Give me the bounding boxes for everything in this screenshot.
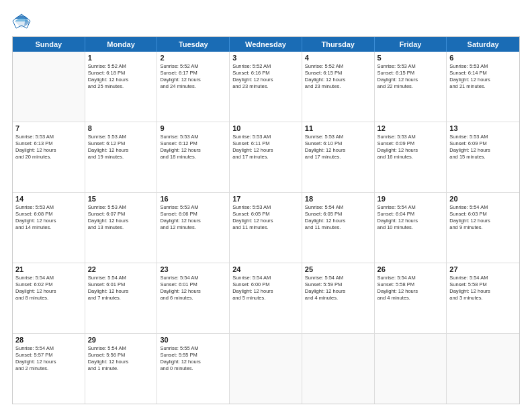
header-day-thursday: Thursday	[302, 37, 375, 52]
cell-info: Sunrise: 5:54 AMSunset: 6:05 PMDaylight:…	[305, 204, 371, 232]
cell-info: Sunrise: 5:53 AMSunset: 6:11 PMDaylight:…	[232, 134, 299, 161]
day-number: 13	[449, 124, 517, 132]
calendar-cell	[230, 334, 302, 404]
cell-info: Sunrise: 5:53 AMSunset: 6:08 PMDaylight:…	[15, 204, 82, 232]
cell-info: Sunrise: 5:55 AMSunset: 5:55 PMDaylight:…	[160, 345, 226, 373]
logo-icon	[12, 12, 31, 31]
calendar-cell: 20Sunrise: 5:54 AMSunset: 6:03 PMDayligh…	[447, 193, 519, 263]
day-number: 4	[305, 54, 371, 62]
day-number: 26	[378, 265, 444, 273]
cell-info: Sunrise: 5:53 AMSunset: 6:10 PMDaylight:…	[305, 134, 371, 161]
calendar-cell	[302, 334, 375, 404]
day-number: 12	[378, 124, 444, 132]
cell-info: Sunrise: 5:53 AMSunset: 6:12 PMDaylight:…	[160, 134, 226, 161]
day-number: 22	[88, 265, 154, 273]
day-number: 11	[305, 124, 371, 132]
cell-info: Sunrise: 5:54 AMSunset: 6:04 PMDaylight:…	[378, 204, 444, 232]
cell-info: Sunrise: 5:52 AMSunset: 6:18 PMDaylight:…	[88, 63, 154, 91]
header-day-friday: Friday	[375, 37, 447, 52]
cell-info: Sunrise: 5:54 AMSunset: 6:00 PMDaylight:…	[232, 275, 299, 302]
calendar-cell: 13Sunrise: 5:53 AMSunset: 6:09 PMDayligh…	[447, 122, 519, 192]
calendar-cell: 29Sunrise: 5:54 AMSunset: 5:56 PMDayligh…	[85, 334, 158, 404]
cell-info: Sunrise: 5:54 AMSunset: 5:57 PMDaylight:…	[15, 345, 82, 373]
calendar-cell: 16Sunrise: 5:53 AMSunset: 6:06 PMDayligh…	[157, 193, 230, 263]
day-number: 17	[232, 195, 299, 203]
cell-info: Sunrise: 5:53 AMSunset: 6:05 PMDaylight:…	[232, 204, 299, 232]
day-number: 25	[305, 265, 371, 273]
day-number: 29	[88, 336, 154, 344]
calendar-cell: 1Sunrise: 5:52 AMSunset: 6:18 PMDaylight…	[85, 52, 158, 122]
calendar-cell: 11Sunrise: 5:53 AMSunset: 6:10 PMDayligh…	[302, 122, 375, 192]
calendar-cell: 19Sunrise: 5:54 AMSunset: 6:04 PMDayligh…	[375, 193, 447, 263]
logo	[12, 12, 33, 31]
day-number: 8	[88, 124, 154, 132]
calendar-cell: 22Sunrise: 5:54 AMSunset: 6:01 PMDayligh…	[85, 263, 158, 333]
day-number: 27	[449, 265, 517, 273]
calendar-row-5: 28Sunrise: 5:54 AMSunset: 5:57 PMDayligh…	[13, 334, 519, 404]
calendar-cell: 30Sunrise: 5:55 AMSunset: 5:55 PMDayligh…	[157, 334, 230, 404]
calendar-cell: 24Sunrise: 5:54 AMSunset: 6:00 PMDayligh…	[230, 263, 302, 333]
header-day-tuesday: Tuesday	[157, 37, 230, 52]
page-header	[12, 12, 520, 31]
day-number: 16	[160, 195, 226, 203]
header-day-wednesday: Wednesday	[230, 37, 302, 52]
day-number: 20	[449, 195, 517, 203]
day-number: 6	[449, 54, 517, 62]
calendar-cell: 7Sunrise: 5:53 AMSunset: 6:13 PMDaylight…	[13, 122, 85, 192]
cell-info: Sunrise: 5:54 AMSunset: 5:58 PMDaylight:…	[449, 275, 517, 302]
day-number: 24	[232, 265, 299, 273]
calendar-cell	[13, 52, 85, 122]
cell-info: Sunrise: 5:53 AMSunset: 6:06 PMDaylight:…	[160, 204, 226, 232]
cell-info: Sunrise: 5:52 AMSunset: 6:17 PMDaylight:…	[160, 63, 226, 91]
calendar-cell: 2Sunrise: 5:52 AMSunset: 6:17 PMDaylight…	[157, 52, 230, 122]
calendar: SundayMondayTuesdayWednesdayThursdayFrid…	[12, 36, 520, 404]
day-number: 10	[232, 124, 299, 132]
day-number: 2	[160, 54, 226, 62]
day-number: 3	[232, 54, 299, 62]
day-number: 14	[15, 195, 82, 203]
calendar-cell: 17Sunrise: 5:53 AMSunset: 6:05 PMDayligh…	[230, 193, 302, 263]
calendar-page: SundayMondayTuesdayWednesdayThursdayFrid…	[0, 0, 532, 411]
cell-info: Sunrise: 5:52 AMSunset: 6:15 PMDaylight:…	[305, 63, 371, 91]
day-number: 18	[305, 195, 371, 203]
calendar-cell: 6Sunrise: 5:53 AMSunset: 6:14 PMDaylight…	[447, 52, 519, 122]
calendar-cell: 10Sunrise: 5:53 AMSunset: 6:11 PMDayligh…	[230, 122, 302, 192]
calendar-cell: 26Sunrise: 5:54 AMSunset: 5:58 PMDayligh…	[375, 263, 447, 333]
day-number: 23	[160, 265, 226, 273]
calendar-row-3: 14Sunrise: 5:53 AMSunset: 6:08 PMDayligh…	[13, 193, 519, 263]
calendar-cell: 3Sunrise: 5:52 AMSunset: 6:16 PMDaylight…	[230, 52, 302, 122]
calendar-cell: 18Sunrise: 5:54 AMSunset: 6:05 PMDayligh…	[302, 193, 375, 263]
header-day-saturday: Saturday	[447, 37, 519, 52]
day-number: 21	[15, 265, 82, 273]
cell-info: Sunrise: 5:54 AMSunset: 5:56 PMDaylight:…	[88, 345, 154, 373]
cell-info: Sunrise: 5:54 AMSunset: 5:58 PMDaylight:…	[378, 275, 444, 302]
cell-info: Sunrise: 5:53 AMSunset: 6:09 PMDaylight:…	[378, 134, 444, 161]
calendar-cell: 25Sunrise: 5:54 AMSunset: 5:59 PMDayligh…	[302, 263, 375, 333]
cell-info: Sunrise: 5:53 AMSunset: 6:15 PMDaylight:…	[378, 63, 444, 91]
calendar-row-2: 7Sunrise: 5:53 AMSunset: 6:13 PMDaylight…	[13, 122, 519, 193]
calendar-body: 1Sunrise: 5:52 AMSunset: 6:18 PMDaylight…	[13, 52, 519, 404]
day-number: 15	[88, 195, 154, 203]
calendar-cell: 14Sunrise: 5:53 AMSunset: 6:08 PMDayligh…	[13, 193, 85, 263]
calendar-cell: 5Sunrise: 5:53 AMSunset: 6:15 PMDaylight…	[375, 52, 447, 122]
calendar-cell: 23Sunrise: 5:54 AMSunset: 6:01 PMDayligh…	[157, 263, 230, 333]
cell-info: Sunrise: 5:53 AMSunset: 6:14 PMDaylight:…	[449, 63, 517, 91]
header-day-sunday: Sunday	[13, 37, 85, 52]
cell-info: Sunrise: 5:54 AMSunset: 5:59 PMDaylight:…	[305, 275, 371, 302]
cell-info: Sunrise: 5:54 AMSunset: 6:01 PMDaylight:…	[88, 275, 154, 302]
calendar-cell	[447, 334, 519, 404]
calendar-cell: 8Sunrise: 5:53 AMSunset: 6:12 PMDaylight…	[85, 122, 158, 192]
calendar-cell: 15Sunrise: 5:53 AMSunset: 6:07 PMDayligh…	[85, 193, 158, 263]
calendar-cell: 9Sunrise: 5:53 AMSunset: 6:12 PMDaylight…	[157, 122, 230, 192]
calendar-row-4: 21Sunrise: 5:54 AMSunset: 6:02 PMDayligh…	[13, 263, 519, 334]
day-number: 5	[378, 54, 444, 62]
cell-info: Sunrise: 5:54 AMSunset: 6:03 PMDaylight:…	[449, 204, 517, 232]
calendar-cell: 21Sunrise: 5:54 AMSunset: 6:02 PMDayligh…	[13, 263, 85, 333]
day-number: 7	[15, 124, 82, 132]
calendar-cell: 27Sunrise: 5:54 AMSunset: 5:58 PMDayligh…	[447, 263, 519, 333]
cell-info: Sunrise: 5:53 AMSunset: 6:12 PMDaylight:…	[88, 134, 154, 161]
day-number: 1	[88, 54, 154, 62]
calendar-row-1: 1Sunrise: 5:52 AMSunset: 6:18 PMDaylight…	[13, 52, 519, 122]
calendar-cell: 4Sunrise: 5:52 AMSunset: 6:15 PMDaylight…	[302, 52, 375, 122]
cell-info: Sunrise: 5:52 AMSunset: 6:16 PMDaylight:…	[232, 63, 299, 91]
